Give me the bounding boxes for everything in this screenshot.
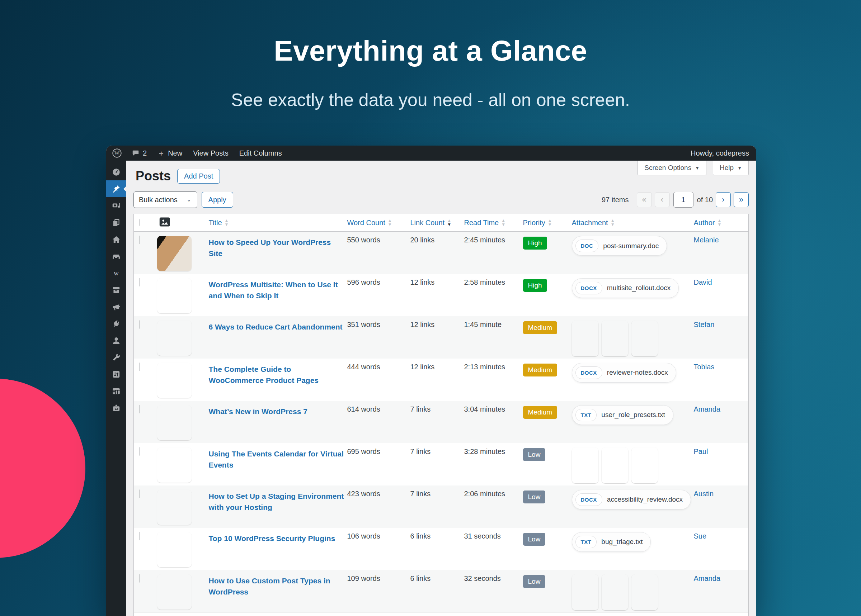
apply-button[interactable]: Apply <box>201 192 233 207</box>
author-link[interactable]: David <box>694 278 712 286</box>
sidebar-item-pages[interactable] <box>106 214 126 231</box>
admin-bar-new[interactable]: ＋ New <box>152 146 187 160</box>
read-time-cell: 3:04 minutes <box>464 401 523 443</box>
attachment-image[interactable] <box>601 448 628 483</box>
attachment-chip[interactable]: DOC post-summary.doc <box>572 236 667 256</box>
column-header-author[interactable]: Author ▲▼ <box>694 219 722 227</box>
post-title-link[interactable]: Using The Events Calendar for Virtual Ev… <box>209 448 346 470</box>
post-thumbnail[interactable] <box>157 532 192 567</box>
sidebar-item-settings[interactable] <box>106 366 126 383</box>
priority-badge: Low <box>523 533 546 546</box>
table-row: The Complete Guide to WooCommerce Produc… <box>134 358 749 401</box>
column-header-read-time[interactable]: Read Time ▲▼ <box>464 219 506 227</box>
chevron-down-icon: ⌄ <box>187 197 191 203</box>
author-link[interactable]: Sue <box>694 532 707 540</box>
sidebar-item-plugins[interactable] <box>106 315 126 332</box>
priority-badge: Medium <box>523 364 557 377</box>
first-page-button[interactable]: « <box>637 192 652 207</box>
add-post-button[interactable]: Add Post <box>177 169 220 184</box>
attachment-chip[interactable]: DOCX reviewer-notes.docx <box>572 363 676 383</box>
attachment-image[interactable] <box>631 448 658 483</box>
author-link[interactable]: Amanda <box>694 574 721 582</box>
file-name: bug_triage.txt <box>601 538 642 546</box>
row-checkbox[interactable] <box>140 574 140 583</box>
post-title-link[interactable]: How to Set Up a Staging Environment with… <box>209 490 346 513</box>
post-thumbnail[interactable] <box>157 490 192 525</box>
sidebar-item-posts[interactable] <box>106 180 126 197</box>
row-checkbox[interactable] <box>140 236 140 244</box>
attachment-chip[interactable]: TXT bug_triage.txt <box>572 532 651 552</box>
sidebar-item-vehicles[interactable] <box>106 248 126 265</box>
post-thumbnail[interactable] <box>157 278 192 313</box>
attachment-image[interactable] <box>631 574 658 610</box>
row-checkbox[interactable] <box>140 489 140 498</box>
attachment-image[interactable] <box>572 574 598 610</box>
attachment-chip[interactable]: DOCX multisite_rollout.docx <box>572 278 679 298</box>
sidebar-item-archive[interactable] <box>106 281 126 298</box>
row-checkbox[interactable] <box>140 447 140 456</box>
column-label: Priority <box>523 219 545 227</box>
attachment-chip[interactable]: TXT user_role_presets.txt <box>572 405 674 425</box>
current-page-input[interactable]: 1 <box>674 192 693 207</box>
post-thumbnail[interactable] <box>157 405 192 440</box>
post-thumbnail[interactable] <box>157 321 192 356</box>
screen-options-button[interactable]: Screen Options ▼ <box>637 160 707 175</box>
column-header-attachment[interactable]: Attachment ▲▼ <box>572 219 615 227</box>
column-header-priority[interactable]: Priority ▲▼ <box>523 219 552 227</box>
author-link[interactable]: Stefan <box>694 321 715 328</box>
author-link[interactable]: Amanda <box>694 405 721 413</box>
column-header-word-count[interactable]: Word Count ▲▼ <box>347 219 392 227</box>
post-title-link[interactable]: What’s New in WordPress 7 <box>209 405 307 417</box>
post-thumbnail[interactable] <box>157 236 192 271</box>
row-checkbox[interactable] <box>140 278 140 286</box>
admin-bar-comments[interactable]: 2 <box>126 146 152 160</box>
column-header-title[interactable]: Title ▲▼ <box>209 219 229 227</box>
link-count-cell: 20 links <box>410 232 464 274</box>
post-title-link[interactable]: The Complete Guide to WooCommerce Produc… <box>209 363 346 386</box>
attachment-image[interactable] <box>601 321 628 357</box>
admin-bar-view-posts[interactable]: View Posts <box>187 146 234 160</box>
author-link[interactable]: Tobias <box>694 363 715 371</box>
help-button[interactable]: Help ▼ <box>713 160 749 175</box>
attachment-image[interactable] <box>601 574 628 610</box>
author-link[interactable]: Austin <box>694 490 714 498</box>
wordpress-logo[interactable]: W <box>106 146 126 160</box>
sidebar-item-w-brand[interactable]: w <box>106 265 126 281</box>
author-link[interactable]: Melanie <box>694 236 719 244</box>
attachment-chip[interactable]: DOCX accessibility_review.docx <box>572 490 691 509</box>
prev-page-button[interactable]: ‹ <box>655 192 670 207</box>
admin-bar-account[interactable]: Howdy, codepress <box>691 149 756 157</box>
row-checkbox[interactable] <box>140 405 140 413</box>
select-all-checkbox[interactable] <box>140 219 140 226</box>
sidebar-item-users[interactable] <box>106 332 126 349</box>
post-title-link[interactable]: Top 10 WordPress Security Plugins <box>209 532 335 544</box>
next-page-button[interactable]: › <box>716 192 731 207</box>
post-title-link[interactable]: How to Use Custom Post Types in WordPres… <box>209 574 346 597</box>
sidebar-item-media[interactable] <box>106 197 126 214</box>
post-title-link[interactable]: How to Speed Up Your WordPress Site <box>209 236 346 259</box>
column-header-link-count[interactable]: Link Count ▲▼ <box>411 219 452 227</box>
attachment-image[interactable] <box>572 321 598 357</box>
post-title-link[interactable]: 6 Ways to Reduce Cart Abandonment <box>209 321 343 332</box>
last-page-button[interactable]: » <box>734 192 749 207</box>
sidebar-item-announcements[interactable] <box>106 298 126 315</box>
admin-bar-edit-columns[interactable]: Edit Columns <box>234 146 287 160</box>
attachment-image[interactable] <box>572 448 598 483</box>
row-checkbox[interactable] <box>140 320 140 329</box>
priority-badge: Low <box>523 490 546 503</box>
row-checkbox[interactable] <box>140 532 140 541</box>
sidebar-item-mascot-box[interactable] <box>106 399 126 416</box>
bulk-actions-select[interactable]: Bulk actions ⌄ <box>134 192 197 208</box>
post-thumbnail[interactable] <box>157 448 192 482</box>
post-thumbnail[interactable] <box>157 363 192 398</box>
sidebar-item-tools[interactable] <box>106 349 126 366</box>
sidebar-item-home[interactable] <box>106 231 126 248</box>
post-thumbnail[interactable] <box>157 574 192 610</box>
post-title-link[interactable]: WordPress Multisite: When to Use It and … <box>209 278 346 301</box>
sidebar-item-admin-columns[interactable] <box>106 383 126 399</box>
sidebar-item-dashboard[interactable] <box>106 163 126 180</box>
letter-w-icon: w <box>112 269 121 278</box>
attachment-image[interactable] <box>631 321 658 357</box>
row-checkbox[interactable] <box>140 363 140 371</box>
author-link[interactable]: Paul <box>694 448 708 456</box>
